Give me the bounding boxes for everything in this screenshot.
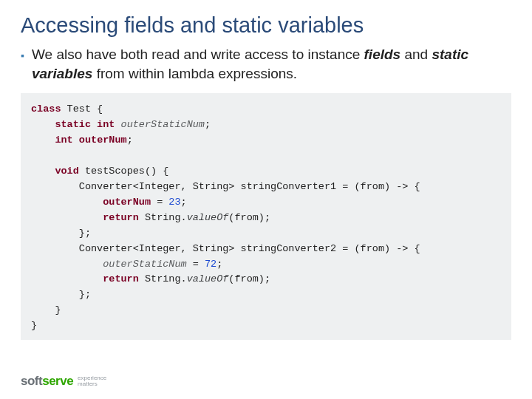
brand-logo: softserve experiencematters [21,374,106,389]
bullet-mid: and [400,47,432,62]
code-close-method: } [55,304,61,316]
slide-title: Accessing fields and static variables [21,13,511,38]
code-conv2: Converter<Integer, String> stringConvert… [79,243,420,254]
method-name: testScopes [85,166,145,177]
code-close1: }; [79,228,91,239]
bullet-text: We also have both read and write access … [32,45,511,83]
bullet-em-fields: fields [364,47,401,62]
brand-tagline: experiencematters [78,375,106,388]
kw-void: void [55,166,78,177]
code-block: class Test { static int outerStaticNum; … [21,93,511,340]
field-outerNum-decl: outerNum [79,134,127,146]
field-outerStaticNum-ref: outerStaticNum [103,259,186,270]
code-valueOf1: valueOf [187,212,229,223]
slide-container: Accessing fields and static variables ▪ … [0,0,532,399]
brand-soft: soft [21,374,42,388]
code-str2a: String. [139,273,187,284]
kw-return1: return [103,212,139,223]
num-72: 72 [205,259,216,270]
code-valueOf2: valueOf [187,273,229,284]
brand-serve: serve [42,374,73,388]
field-outerStaticNum-decl: outerStaticNum [121,119,205,130]
bullet-row: ▪ We also have both read and write acces… [21,45,511,83]
field-outerNum-ref: outerNum [103,197,151,208]
code-close-class: } [31,320,37,331]
code-eq2: = [187,259,205,270]
kw-return2: return [103,273,139,284]
kw-class: class [31,103,61,115]
code-close2: }; [79,289,91,300]
bullet-post: from within lambda expressions. [92,66,297,81]
bullet-pre: We also have both read and write access … [32,47,364,62]
bullet-marker-icon: ▪ [21,50,24,61]
code-str1b: (from); [228,212,270,223]
brand-main: softserve [21,374,73,389]
code-str2b: (from); [228,273,270,284]
code-eq1: = [151,197,168,208]
kw-static-int: static int [55,119,115,130]
code-conv1: Converter<Integer, String> stringConvert… [79,181,420,192]
code-str1a: String. [139,212,187,223]
num-23: 23 [168,197,180,208]
kw-int: int [55,134,72,146]
code-cls: Test { [61,103,103,115]
brand-tag2: matters [78,381,98,387]
